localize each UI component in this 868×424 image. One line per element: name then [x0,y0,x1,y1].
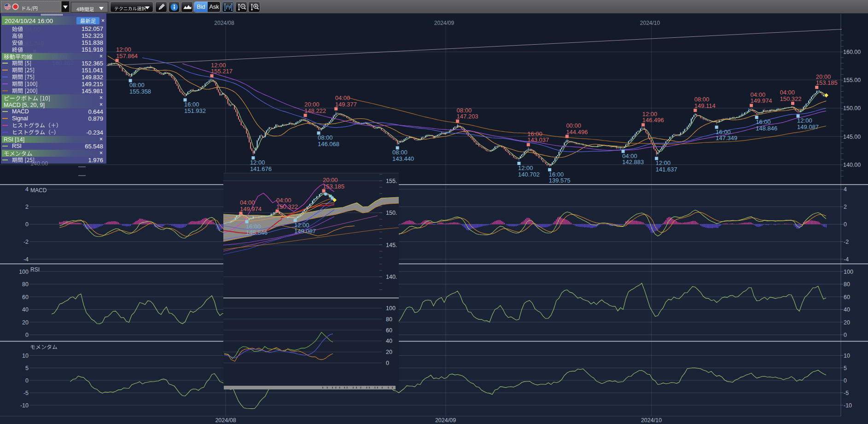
svg-text:149.377: 149.377 [335,101,357,108]
svg-text:147.349: 147.349 [716,135,737,141]
svg-text:139.575: 139.575 [549,177,571,184]
svg-text:149.974: 149.974 [751,97,772,104]
svg-text:140.00: 140.00 [30,160,48,167]
svg-text:5: 5 [844,365,847,371]
svg-text:151.932: 151.932 [184,107,206,114]
svg-text:-4: -4 [844,256,849,263]
svg-text:0: 0 [25,332,29,338]
svg-text:150.: 150. [386,210,397,216]
svg-text:60: 60 [844,294,850,300]
svg-text:148.222: 148.222 [304,107,326,114]
svg-text:10: 10 [22,353,29,359]
svg-text:2024/10: 2024/10 [640,20,660,26]
svg-text:148.846: 148.846 [756,125,777,132]
svg-text:60: 60 [22,294,29,300]
svg-text:147.203: 147.203 [457,113,478,120]
svg-text:149.087: 149.087 [797,124,819,130]
svg-text:145.: 145. [386,242,397,248]
svg-text:2: 2 [25,204,29,210]
svg-text:155.358: 155.358 [129,88,151,95]
svg-text:150.322: 150.322 [276,203,298,210]
svg-text:155.: 155. [386,178,397,184]
svg-text:-4: -4 [23,256,29,263]
svg-text:150.00: 150.00 [843,105,861,112]
svg-text:100: 100 [844,269,853,275]
svg-text:148.846: 148.846 [246,229,268,236]
svg-text:2024/09: 2024/09 [434,20,454,26]
svg-text:-10: -10 [844,402,852,409]
svg-text:RSI: RSI [30,266,40,273]
svg-text:153.185: 153.185 [816,79,838,86]
svg-text:-10: -10 [20,402,29,409]
svg-text:140.702: 140.702 [518,171,540,178]
svg-text:0: 0 [844,377,847,384]
svg-text:-5: -5 [23,390,29,396]
svg-text:40: 40 [386,338,392,344]
svg-text:160.00: 160.00 [843,49,861,55]
svg-text:-2: -2 [23,239,29,245]
svg-text:20: 20 [22,319,29,326]
svg-text:-2: -2 [844,239,849,245]
svg-text:20: 20 [386,349,392,355]
svg-text:150.322: 150.322 [780,95,802,102]
svg-text:142.883: 142.883 [622,159,644,165]
svg-text:2024/08: 2024/08 [215,417,236,424]
svg-text:0: 0 [25,221,29,228]
svg-text:0: 0 [844,332,847,338]
svg-text:80: 80 [844,281,850,288]
svg-text:146.496: 146.496 [642,117,664,124]
svg-text:0: 0 [386,360,389,366]
svg-text:155.217: 155.217 [211,68,233,75]
svg-text:145.00: 145.00 [843,134,861,140]
svg-text:140.00: 140.00 [843,162,861,168]
svg-text:144.496: 144.496 [566,129,588,135]
svg-text:143.037: 143.037 [527,136,549,143]
svg-text:-5: -5 [844,390,849,396]
svg-text:0: 0 [25,377,29,384]
svg-text:2024/10: 2024/10 [641,417,662,424]
svg-text:4: 4 [844,186,847,193]
svg-text:4: 4 [25,186,29,193]
svg-text:80: 80 [22,281,29,288]
svg-text:80: 80 [386,316,392,323]
svg-text:141.637: 141.637 [656,166,677,173]
svg-text:2024/08: 2024/08 [214,20,234,26]
svg-text:100: 100 [19,269,29,275]
svg-text:20: 20 [844,319,850,326]
svg-text:140.: 140. [386,274,397,280]
svg-text:2: 2 [844,204,847,210]
svg-text:10: 10 [844,353,850,359]
svg-text:40: 40 [844,306,850,313]
svg-text:153.185: 153.185 [323,183,344,190]
svg-text:2024/09: 2024/09 [435,417,456,424]
svg-text:149.114: 149.114 [694,102,716,109]
svg-text:5: 5 [25,365,29,371]
svg-text:0: 0 [844,221,847,228]
svg-text:MACD: MACD [30,187,47,194]
svg-text:141.676: 141.676 [250,165,272,172]
svg-text:149.087: 149.087 [294,228,316,235]
svg-text:146.068: 146.068 [318,141,339,147]
svg-text:149.974: 149.974 [240,206,262,212]
svg-text:60: 60 [386,327,392,334]
svg-text:143.440: 143.440 [392,155,414,162]
svg-text:155.00: 155.00 [843,77,861,83]
svg-text:100: 100 [386,305,396,312]
svg-text:40: 40 [22,306,29,313]
